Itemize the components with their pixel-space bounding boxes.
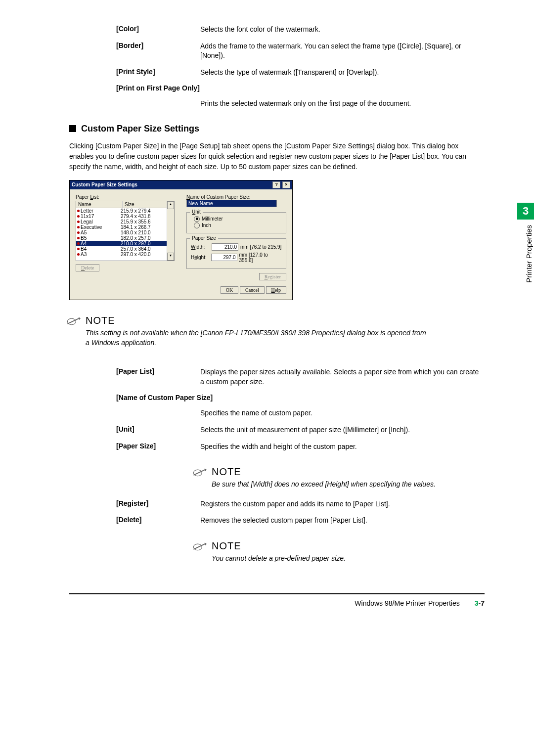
note-block: NOTE You cannot delete a pre-defined pap…	[193, 540, 485, 564]
cancel-button[interactable]: Cancel	[240, 286, 265, 294]
note-block: NOTE Be sure that [Width] does no exceed…	[193, 466, 485, 489]
unit-desc: Selects the unit of measurement of paper…	[200, 425, 485, 435]
width-input[interactable]: 210.0	[212, 243, 238, 251]
ok-button[interactable]: OK	[221, 286, 238, 294]
note-title: NOTE	[212, 466, 485, 478]
unit-inch-radio[interactable]: Inch	[194, 222, 282, 228]
delete-desc: Removes the selected custom paper from […	[200, 516, 485, 526]
custom-paper-dialog: Custom Paper Size Settings ? × Paper Lis…	[69, 180, 293, 300]
list-item[interactable]: A3297.0 x 420.0	[76, 252, 174, 257]
height-input[interactable]: 297.0	[211, 254, 237, 261]
name-input[interactable]: New Name	[186, 200, 277, 207]
unit-fieldset: Unit Millimeter Inch	[186, 212, 286, 233]
color-desc: Selects the font color of the watermark.	[200, 25, 485, 35]
list-item[interactable]: Legal215.9 x 355.6	[76, 219, 174, 224]
width-hint: mm [76.2 to 215.9]	[240, 244, 281, 250]
note-block: NOTE This setting is not available when …	[67, 315, 485, 348]
unit-mm-radio[interactable]: Millimeter	[194, 216, 282, 222]
dialog-title-text: Custom Paper Size Settings	[72, 182, 137, 187]
paper-list-box[interactable]: Name Size Letter215.9 x 279.411x17279.4 …	[76, 201, 175, 261]
list-item[interactable]: A5148.0 x 210.0	[76, 230, 174, 235]
papersize-label: [Paper Size]	[116, 442, 200, 452]
printstyle-label: [Print Style]	[116, 68, 200, 78]
height-hint: mm [127.0 to 355.6]	[239, 252, 282, 263]
close-icon[interactable]: ×	[282, 181, 290, 188]
height-label: Height:	[191, 255, 211, 260]
color-label: [Color]	[116, 25, 200, 35]
border-desc: Adds the frame to the watermark. You can…	[200, 42, 485, 61]
delete-button[interactable]: Delete	[76, 264, 99, 271]
unit-label: [Unit]	[116, 425, 200, 435]
note-icon	[67, 315, 81, 327]
register-button[interactable]: Register	[259, 273, 286, 280]
note-icon	[193, 466, 207, 478]
note-icon	[193, 540, 207, 552]
page-footer: Windows 98/Me Printer Properties 3-7	[69, 593, 485, 607]
list-item[interactable]: B5182.0 x 257.0	[76, 235, 174, 241]
note-text: Be sure that [Width] does no exceed [Hei…	[212, 480, 485, 489]
paperlist-desc: Displays the paper sizes actually availa…	[200, 367, 485, 387]
footer-page: 3-7	[475, 599, 485, 607]
papersize-options-table: [Paper List] Displays the paper sizes ac…	[116, 367, 485, 451]
firstpage-label: [Print on First Page Only]	[116, 84, 265, 92]
chapter-label: Printer Properties	[525, 225, 533, 283]
note-title: NOTE	[212, 540, 485, 552]
note-text: This setting is not available when the […	[86, 328, 432, 348]
firstpage-desc: Prints the selected watermark only on th…	[200, 99, 485, 109]
list-item[interactable]: B4257.0 x 364.0	[76, 246, 174, 252]
footer-text: Windows 98/Me Printer Properties	[355, 599, 459, 607]
unit-legend: Unit	[190, 209, 203, 215]
help-button[interactable]: Help	[266, 286, 286, 294]
papersize-fieldset: Paper Size Width: 210.0 mm [76.2 to 215.…	[186, 238, 286, 269]
scroll-down-icon[interactable]: ▾	[167, 253, 174, 261]
paperlist-label: [Paper List]	[116, 367, 200, 387]
namecustom-label: [Name of Custom Paper Size]	[116, 394, 265, 401]
namecustom-desc: Specifies the name of custom paper.	[200, 408, 485, 418]
scroll-up-icon[interactable]: ▴	[167, 201, 174, 209]
section-title: Custom Paper Size Settings	[81, 124, 199, 134]
list-item[interactable]: 11x17279.4 x 431.8	[76, 214, 174, 219]
section-intro: Clicking [Custom Paper Size] in the [Pag…	[69, 141, 485, 172]
register-desc: Registers the custom paper and adds its …	[200, 499, 485, 509]
col-name: Name	[76, 201, 123, 208]
papersize-desc: Specifies the width and height of the cu…	[200, 442, 485, 452]
delete-label: [Delete]	[116, 516, 200, 526]
note-text: You cannot delete a pre-defined paper si…	[212, 554, 485, 564]
register-delete-table: [Register] Registers the custom paper an…	[116, 499, 485, 526]
section-bullet-icon	[69, 125, 76, 132]
section-header: Custom Paper Size Settings	[69, 124, 485, 134]
watermark-options-table: [Color] Selects the font color of the wa…	[116, 25, 485, 109]
border-label: [Border]	[116, 42, 200, 61]
name-label: Name of Custom Paper Size:	[186, 194, 286, 200]
list-item[interactable]: Executive184.1 x 266.7	[76, 224, 174, 230]
list-item[interactable]: Letter215.9 x 279.4	[76, 208, 174, 214]
list-item[interactable]: A4210.0 x 297.0	[76, 241, 174, 246]
width-label: Width:	[191, 244, 212, 250]
note-title: NOTE	[86, 315, 432, 326]
chapter-number: 3	[523, 205, 529, 218]
chapter-tab: 3	[517, 203, 534, 220]
papersize-legend: Paper Size	[190, 235, 218, 241]
dialog-titlebar: Custom Paper Size Settings ? ×	[70, 180, 292, 189]
paper-list-label: Paper List:	[76, 194, 175, 200]
printstyle-desc: Selects the type of watermark ([Transpar…	[200, 68, 485, 78]
register-label: [Register]	[116, 499, 200, 509]
help-icon[interactable]: ?	[272, 181, 280, 188]
